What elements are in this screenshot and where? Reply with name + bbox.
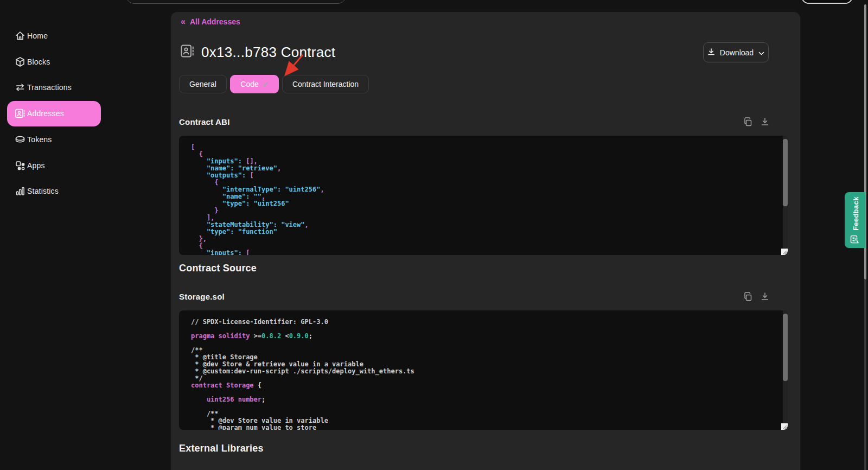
- contract-abi-code: [ { "inputs": [], "name": "retrieve", "o…: [191, 144, 777, 255]
- sidebar-item-transactions[interactable]: Transactions: [0, 79, 168, 96]
- feedback-chat-icon: [850, 234, 861, 244]
- download-abi-icon[interactable]: [761, 117, 769, 126]
- abi-scrollbar-thumb[interactable]: [783, 139, 788, 206]
- home-icon: [15, 30, 25, 41]
- contract-source-heading: Contract Source: [179, 263, 257, 274]
- apps-icon: [15, 160, 25, 171]
- tab-general-label: General: [189, 80, 216, 88]
- sidebar-item-tokens[interactable]: Tokens: [0, 131, 168, 148]
- download-button-label: Download: [720, 48, 754, 57]
- contract-abi-title: Contract ABI: [179, 117, 230, 126]
- external-libraries-heading: External Libraries: [179, 443, 264, 454]
- sidebar-item-addresses[interactable]: Addresses: [0, 105, 168, 122]
- contract-title-row: 0x13...b783 Contract: [180, 43, 335, 61]
- sidebar-item-home[interactable]: Home: [0, 27, 168, 45]
- checkmark-icon: ✓: [263, 80, 269, 88]
- storage-sol-code-block[interactable]: // SPDX-License-Identifier: GPL-3.0 prag…: [179, 310, 788, 430]
- storage-sol-code: // SPDX-License-Identifier: GPL-3.0 prag…: [191, 319, 777, 430]
- sidebar-item-label: Blocks: [27, 58, 50, 66]
- chevron-down-icon: [758, 48, 764, 57]
- tab-general[interactable]: General: [179, 75, 227, 93]
- sidebar-item-label: Addresses: [27, 109, 64, 118]
- blocks-icon: [15, 56, 25, 67]
- sidebar-item-apps[interactable]: Apps: [0, 157, 168, 174]
- all-addresses-back-link[interactable]: « All Addresses: [181, 17, 240, 26]
- annotation-arrow: [278, 53, 311, 80]
- sidebar-item-blocks[interactable]: Blocks: [0, 53, 168, 71]
- feedback-button[interactable]: Feedback: [845, 192, 865, 248]
- page-title: 0x13...b783 Contract: [201, 44, 335, 61]
- topbar-button-remnant[interactable]: [801, 0, 853, 4]
- tab-code-label: Code: [240, 80, 258, 88]
- sidebar-item-label: Apps: [27, 161, 45, 170]
- download-source-icon[interactable]: [761, 292, 769, 301]
- transactions-icon: [15, 82, 25, 93]
- feedback-label: Feedback: [851, 196, 859, 230]
- download-button[interactable]: Download: [703, 42, 769, 62]
- sidebar-item-statistics[interactable]: Statistics: [0, 182, 168, 200]
- tab-contract-interaction-label: Contract Interaction: [292, 80, 359, 88]
- copy-abi-icon[interactable]: [744, 117, 752, 126]
- addresses-icon: [15, 108, 25, 119]
- contract-abi-code-block[interactable]: [ { "inputs": [], "name": "retrieve", "o…: [179, 136, 788, 255]
- double-chevron-left-icon: «: [181, 18, 186, 26]
- tokens-icon: [15, 134, 25, 145]
- source-scrollbar-thumb[interactable]: [783, 314, 788, 381]
- copy-source-icon[interactable]: [744, 292, 752, 301]
- download-icon: [707, 48, 715, 58]
- page-scrollbar-track: [864, 280, 866, 470]
- contact-card-icon: [180, 43, 195, 61]
- statistics-icon: [15, 186, 25, 196]
- sidebar-item-label: Transactions: [27, 83, 72, 92]
- search-bar-remnant[interactable]: [125, 0, 347, 4]
- sidebar-item-label: Statistics: [27, 187, 59, 195]
- tab-code[interactable]: Code ✓: [230, 75, 279, 93]
- sidebar-item-label: Home: [27, 31, 48, 40]
- sidebar-item-label: Tokens: [27, 135, 52, 144]
- back-link-label: All Addresses: [190, 17, 240, 26]
- source-file-name: Storage.sol: [179, 292, 225, 301]
